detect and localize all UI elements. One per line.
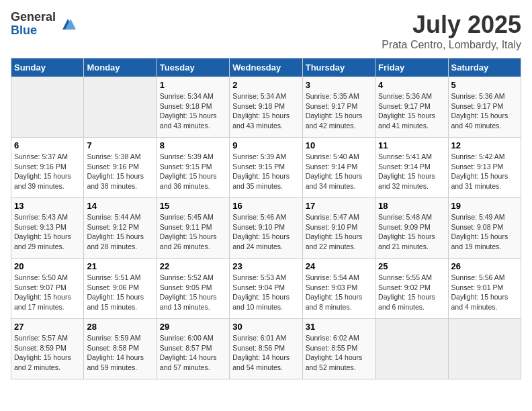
- calendar-cell: 9Sunrise: 5:39 AM Sunset: 9:15 PM Daylig…: [230, 138, 302, 198]
- calendar-cell: 4Sunrise: 5:36 AM Sunset: 9:17 PM Daylig…: [375, 77, 448, 138]
- calendar-cell: 23Sunrise: 5:53 AM Sunset: 9:04 PM Dayli…: [230, 259, 302, 319]
- calendar-cell: 14Sunrise: 5:44 AM Sunset: 9:12 PM Dayli…: [84, 198, 157, 259]
- header-tuesday: Tuesday: [157, 58, 229, 77]
- day-number: 8: [160, 140, 226, 150]
- day-number: 11: [378, 140, 445, 150]
- day-info: Sunrise: 5:51 AM Sunset: 9:06 PM Dayligh…: [87, 273, 153, 312]
- day-number: 7: [87, 140, 153, 150]
- day-number: 29: [160, 322, 226, 332]
- day-info: Sunrise: 5:40 AM Sunset: 9:14 PM Dayligh…: [306, 152, 372, 191]
- calendar-week-4: 20Sunrise: 5:50 AM Sunset: 9:07 PM Dayli…: [11, 259, 521, 319]
- calendar-cell: 28Sunrise: 5:59 AM Sunset: 8:58 PM Dayli…: [84, 319, 157, 379]
- calendar-cell: 21Sunrise: 5:51 AM Sunset: 9:06 PM Dayli…: [84, 259, 157, 319]
- day-info: Sunrise: 5:49 AM Sunset: 9:08 PM Dayligh…: [451, 212, 518, 252]
- day-number: 4: [378, 80, 445, 90]
- header-sunday: Sunday: [11, 58, 84, 77]
- day-info: Sunrise: 5:34 AM Sunset: 9:18 PM Dayligh…: [232, 91, 299, 131]
- day-number: 24: [306, 261, 372, 271]
- calendar-cell: 3Sunrise: 5:35 AM Sunset: 9:17 PM Daylig…: [302, 77, 375, 138]
- calendar-week-1: 1Sunrise: 5:34 AM Sunset: 9:18 PM Daylig…: [11, 77, 521, 138]
- calendar-cell: [448, 319, 521, 379]
- calendar-cell: 24Sunrise: 5:54 AM Sunset: 9:03 PM Dayli…: [302, 259, 375, 319]
- day-info: Sunrise: 5:39 AM Sunset: 9:15 PM Dayligh…: [232, 152, 299, 191]
- day-info: Sunrise: 5:45 AM Sunset: 9:11 PM Dayligh…: [160, 212, 226, 252]
- day-info: Sunrise: 6:01 AM Sunset: 8:56 PM Dayligh…: [232, 333, 299, 373]
- calendar-cell: 25Sunrise: 5:55 AM Sunset: 9:02 PM Dayli…: [375, 259, 448, 319]
- calendar-cell: 31Sunrise: 6:02 AM Sunset: 8:55 PM Dayli…: [302, 319, 375, 379]
- header-monday: Monday: [84, 58, 157, 77]
- calendar-cell: [84, 77, 157, 138]
- day-number: 5: [451, 80, 518, 90]
- header-thursday: Thursday: [302, 58, 375, 77]
- day-number: 16: [232, 201, 299, 211]
- header-friday: Friday: [375, 58, 448, 77]
- day-info: Sunrise: 5:42 AM Sunset: 9:13 PM Dayligh…: [451, 152, 518, 191]
- day-info: Sunrise: 5:59 AM Sunset: 8:58 PM Dayligh…: [87, 333, 153, 373]
- day-info: Sunrise: 5:41 AM Sunset: 9:14 PM Dayligh…: [378, 152, 445, 191]
- calendar-title: July 2025: [382, 11, 521, 39]
- day-number: 6: [14, 140, 81, 150]
- calendar-cell: 30Sunrise: 6:01 AM Sunset: 8:56 PM Dayli…: [230, 319, 302, 379]
- day-info: Sunrise: 5:56 AM Sunset: 9:01 PM Dayligh…: [451, 273, 518, 312]
- calendar-header: Sunday Monday Tuesday Wednesday Thursday…: [11, 58, 521, 77]
- day-number: 28: [87, 322, 153, 332]
- day-number: 30: [232, 322, 299, 332]
- day-number: 27: [14, 322, 81, 332]
- day-info: Sunrise: 5:55 AM Sunset: 9:02 PM Dayligh…: [378, 273, 445, 312]
- day-info: Sunrise: 5:46 AM Sunset: 9:10 PM Dayligh…: [232, 212, 299, 252]
- calendar-cell: 12Sunrise: 5:42 AM Sunset: 9:13 PM Dayli…: [448, 138, 521, 198]
- day-info: Sunrise: 5:37 AM Sunset: 9:16 PM Dayligh…: [14, 152, 81, 191]
- day-info: Sunrise: 6:02 AM Sunset: 8:55 PM Dayligh…: [306, 333, 372, 373]
- day-number: 3: [306, 80, 372, 90]
- logo: General Blue: [11, 11, 77, 38]
- calendar-body: 1Sunrise: 5:34 AM Sunset: 9:18 PM Daylig…: [11, 77, 521, 379]
- calendar-week-3: 13Sunrise: 5:43 AM Sunset: 9:13 PM Dayli…: [11, 198, 521, 259]
- day-number: 9: [232, 140, 299, 150]
- day-number: 13: [14, 201, 81, 211]
- calendar-cell: 13Sunrise: 5:43 AM Sunset: 9:13 PM Dayli…: [11, 198, 84, 259]
- calendar-subtitle: Prata Centro, Lombardy, Italy: [382, 39, 521, 51]
- day-info: Sunrise: 5:39 AM Sunset: 9:15 PM Dayligh…: [160, 152, 226, 191]
- calendar-cell: 18Sunrise: 5:48 AM Sunset: 9:09 PM Dayli…: [375, 198, 448, 259]
- calendar-cell: 29Sunrise: 6:00 AM Sunset: 8:57 PM Dayli…: [157, 319, 229, 379]
- day-number: 17: [306, 201, 372, 211]
- day-number: 22: [160, 261, 226, 271]
- day-info: Sunrise: 5:48 AM Sunset: 9:09 PM Dayligh…: [378, 212, 445, 252]
- day-number: 19: [451, 201, 518, 211]
- calendar-cell: [375, 319, 448, 379]
- calendar-cell: 26Sunrise: 5:56 AM Sunset: 9:01 PM Dayli…: [448, 259, 521, 319]
- logo-blue: Blue: [11, 24, 56, 38]
- day-number: 2: [232, 80, 299, 90]
- day-info: Sunrise: 5:34 AM Sunset: 9:18 PM Dayligh…: [160, 91, 226, 131]
- day-number: 18: [378, 201, 445, 211]
- calendar-cell: 16Sunrise: 5:46 AM Sunset: 9:10 PM Dayli…: [230, 198, 302, 259]
- logo-icon: [58, 15, 77, 34]
- day-number: 21: [87, 261, 153, 271]
- day-number: 23: [232, 261, 299, 271]
- day-info: Sunrise: 5:47 AM Sunset: 9:10 PM Dayligh…: [306, 212, 372, 252]
- day-number: 12: [451, 140, 518, 150]
- calendar-cell: 15Sunrise: 5:45 AM Sunset: 9:11 PM Dayli…: [157, 198, 229, 259]
- calendar-table: Sunday Monday Tuesday Wednesday Thursday…: [11, 58, 521, 379]
- day-info: Sunrise: 5:52 AM Sunset: 9:05 PM Dayligh…: [160, 273, 226, 312]
- day-number: 26: [451, 261, 518, 271]
- calendar-cell: 22Sunrise: 5:52 AM Sunset: 9:05 PM Dayli…: [157, 259, 229, 319]
- day-number: 15: [160, 201, 226, 211]
- day-number: 25: [378, 261, 445, 271]
- day-number: 14: [87, 201, 153, 211]
- calendar-cell: 17Sunrise: 5:47 AM Sunset: 9:10 PM Dayli…: [302, 198, 375, 259]
- day-number: 20: [14, 261, 81, 271]
- calendar-cell: 20Sunrise: 5:50 AM Sunset: 9:07 PM Dayli…: [11, 259, 84, 319]
- day-info: Sunrise: 5:36 AM Sunset: 9:17 PM Dayligh…: [378, 91, 445, 131]
- calendar-cell: 19Sunrise: 5:49 AM Sunset: 9:08 PM Dayli…: [448, 198, 521, 259]
- logo-general: General: [11, 11, 56, 24]
- title-block: July 2025 Prata Centro, Lombardy, Italy: [382, 11, 521, 51]
- calendar-cell: 2Sunrise: 5:34 AM Sunset: 9:18 PM Daylig…: [230, 77, 302, 138]
- day-info: Sunrise: 6:00 AM Sunset: 8:57 PM Dayligh…: [160, 333, 226, 373]
- calendar-cell: 27Sunrise: 5:57 AM Sunset: 8:59 PM Dayli…: [11, 319, 84, 379]
- day-info: Sunrise: 5:35 AM Sunset: 9:17 PM Dayligh…: [306, 91, 372, 131]
- calendar-cell: 6Sunrise: 5:37 AM Sunset: 9:16 PM Daylig…: [11, 138, 84, 198]
- calendar-week-5: 27Sunrise: 5:57 AM Sunset: 8:59 PM Dayli…: [11, 319, 521, 379]
- header-row: Sunday Monday Tuesday Wednesday Thursday…: [11, 58, 521, 77]
- calendar-cell: 10Sunrise: 5:40 AM Sunset: 9:14 PM Dayli…: [302, 138, 375, 198]
